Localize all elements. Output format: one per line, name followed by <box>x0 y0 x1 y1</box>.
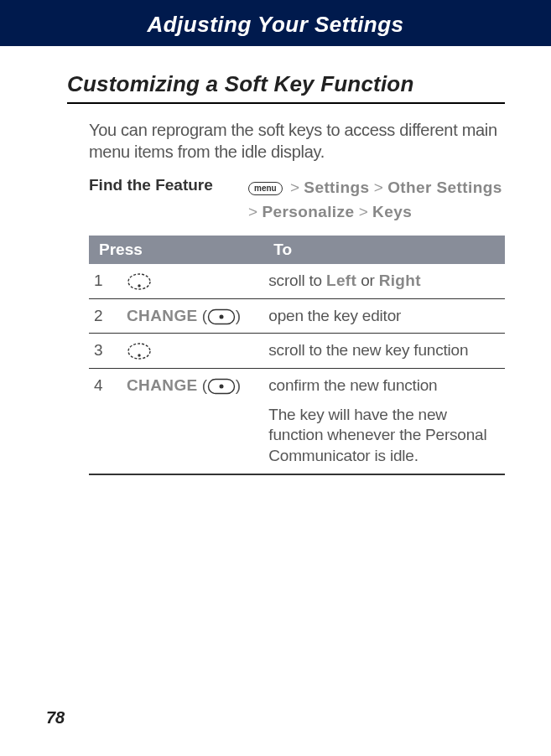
chapter-title: Adjusting Your Settings <box>147 12 403 37</box>
to-extra-text: The key will have the new function whene… <box>268 405 500 467</box>
table-row: 1 scroll to Left or Right <box>89 264 505 298</box>
path-step-3: Personalize <box>262 203 354 220</box>
table-header-press: Press <box>89 236 263 264</box>
section-title: Customizing a Soft Key Function <box>67 71 505 104</box>
to-text: confirm the new function <box>268 376 437 394</box>
to-cell: scroll to Left or Right <box>263 264 505 298</box>
page-number: 78 <box>46 708 65 728</box>
table-row: 2 CHANGE ( ) open the key editor <box>89 298 505 334</box>
procedure-table: Press To 1 scroll to Left or Right 2 <box>89 236 505 475</box>
press-cell: CHANGE ( ) <box>122 369 263 474</box>
find-feature-path: menu > Settings > Other Settings > Perso… <box>248 176 502 224</box>
press-cell <box>122 334 263 369</box>
step-number: 4 <box>89 369 122 474</box>
chapter-header: Adjusting Your Settings <box>0 0 551 46</box>
to-text: scroll to <box>268 272 326 289</box>
press-cell <box>122 264 263 298</box>
table-row: 3 scroll to the new key function <box>89 334 505 369</box>
option-key: Right <box>379 272 421 289</box>
table-header-to: To <box>263 236 505 264</box>
option-key: Left <box>326 272 356 289</box>
to-cell: open the key editor <box>263 298 505 334</box>
nav-key-icon <box>127 342 152 360</box>
to-cell: scroll to the new key function <box>263 334 505 369</box>
select-key-icon <box>207 308 236 325</box>
find-feature-label: Find the Feature <box>89 176 248 194</box>
path-sep: > <box>359 203 368 220</box>
softkey-label: CHANGE <box>127 307 198 324</box>
section-intro: You can reprogram the soft keys to acces… <box>89 119 505 163</box>
find-feature-block: Find the Feature menu > Settings > Other… <box>89 176 505 224</box>
to-cell: confirm the new function The key will ha… <box>263 369 505 474</box>
table-row: 4 CHANGE ( ) confirm the new function Th… <box>89 369 505 474</box>
select-key-icon <box>207 378 236 395</box>
nav-key-icon <box>127 272 152 291</box>
path-sep: > <box>290 179 299 196</box>
path-sep: > <box>248 203 257 220</box>
step-number: 1 <box>89 264 122 298</box>
to-join: or <box>356 272 379 289</box>
step-number: 3 <box>89 334 122 369</box>
menu-key-icon: menu <box>248 182 283 195</box>
press-cell: CHANGE ( ) <box>122 298 263 334</box>
svg-point-1 <box>138 284 140 287</box>
path-step-2: Other Settings <box>387 179 502 196</box>
page-content: Customizing a Soft Key Function You can … <box>0 46 551 475</box>
step-number: 2 <box>89 298 122 334</box>
softkey-label: CHANGE <box>127 376 198 394</box>
svg-point-7 <box>219 385 223 389</box>
path-step-1: Settings <box>304 179 369 196</box>
path-step-4: Keys <box>372 203 412 220</box>
path-sep: > <box>374 179 383 196</box>
svg-point-5 <box>138 355 140 357</box>
svg-point-3 <box>219 314 223 318</box>
